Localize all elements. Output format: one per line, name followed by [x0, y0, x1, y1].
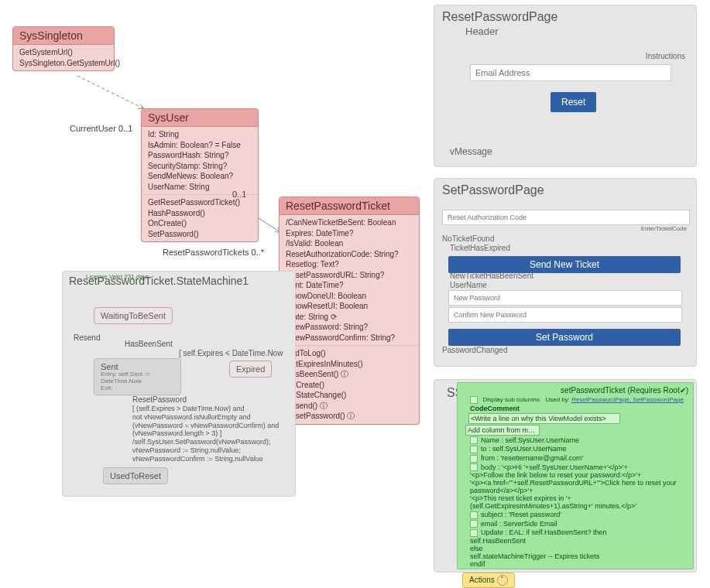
checkbox-icon[interactable]: [470, 455, 478, 463]
trans-resend: Resend: [74, 333, 100, 342]
ss-row: Name : self.SysUser.UserName: [481, 436, 579, 444]
trans-expired-guard: [ self.Expires < DateTime.Now: [179, 349, 283, 357]
class-ops: GetResetPasswordTicket() HashPassword() …: [142, 195, 258, 241]
send-new-ticket-button[interactable]: Send New Ticket: [448, 256, 681, 273]
checkbox-icon[interactable]: [470, 529, 478, 537]
panel-title: ResetPasswordPage: [434, 5, 696, 26]
panel-title: SetPasswordPage: [434, 179, 696, 199]
license-watermark: License Valid 231 days: [86, 273, 149, 280]
class-resetpasswordticket[interactable]: ResetPasswordTicket /CanNewTicketBeSent:…: [279, 197, 420, 425]
auth-code-input[interactable]: [442, 210, 690, 225]
panel-setpasswordpage[interactable]: SetPasswordPage EnterTicketCode NoTicket…: [434, 178, 697, 367]
class-ops: AddToLog() GetExpiresInMinutes() HasBeen…: [280, 346, 419, 424]
class-syssingleton[interactable]: SysSingleton GetSystemUrl() SysSingleton…: [12, 26, 115, 71]
trans-resetpwd-body: [ (self.Expires > DateTime.Now) and not …: [132, 405, 283, 463]
new-password-input[interactable]: [448, 290, 682, 306]
label-newsent: NewTicketHasBeenSent: [450, 272, 533, 280]
checkbox-icon[interactable]: [470, 396, 478, 404]
label-username: UserName: [450, 281, 487, 289]
email-input[interactable]: [470, 64, 671, 81]
checkbox-icon[interactable]: [470, 520, 478, 528]
class-attrs: Id: String IsAdmin: Boolean? = False Pas…: [142, 127, 258, 195]
ss-row: to : self.SysUser.UserName: [481, 445, 567, 453]
label-enterticketcode: EnterTicketCode: [641, 225, 687, 232]
class-title: ResetPasswordTicket: [280, 197, 419, 215]
checkbox-icon[interactable]: [470, 436, 478, 444]
ss-addcolumn[interactable]: Add column from model: [465, 425, 540, 436]
class-sysuser[interactable]: SysUser Id: String IsAdmin: Boolean? = F…: [141, 108, 259, 242]
state-expired[interactable]: Expired: [229, 361, 272, 378]
ss-row: Update : EAL: if self.HasBeenSent? then …: [470, 528, 607, 568]
ss-codecomment: CodeComment: [470, 405, 688, 412]
trans-resetpwd-label: ResetPassword: [132, 395, 187, 404]
label-vmessage: vMessage: [450, 146, 492, 157]
edge-label-currentuser: CurrentUser 0..1: [70, 124, 132, 133]
label-expired: TicketHasExpired: [450, 244, 510, 252]
ss-row: body : '<p>Hi '+self.SysUser.UserName+'<…: [470, 463, 676, 511]
state-waiting[interactable]: WaitingToBeSent: [94, 307, 173, 324]
trans-hasbeensent: HasBeenSent: [125, 340, 173, 348]
confirm-password-input[interactable]: [448, 307, 682, 323]
chevron-down-icon: ˅: [497, 575, 508, 586]
ss-row: subject : 'Reset password': [481, 511, 561, 518]
state-sent[interactable]: Sent Entry: self.Sent := DateTime.Now Ex…: [94, 358, 181, 395]
pill-actions[interactable]: Actions˅: [462, 573, 515, 588]
edge-label-0-1: 0..1: [232, 190, 246, 199]
label-noticket: NoTicketFound: [442, 234, 494, 243]
ss-usedby-link[interactable]: ResetPasswordPage, SetPasswordPage: [571, 396, 684, 403]
class-attrs: /CanNewTicketBeSent: Boolean Expires: Da…: [280, 215, 419, 346]
panel-resetpasswordpage[interactable]: ResetPasswordPage Header Instructions Re…: [434, 5, 697, 167]
class-title: SysUser: [142, 109, 258, 127]
checkbox-icon[interactable]: [470, 446, 478, 453]
ss-row: from : 'resettername@gmail.com': [481, 454, 583, 462]
state-usedtoreset[interactable]: UsedToReset: [103, 467, 168, 484]
ss-rooted-badge: setPasswordTicket (Requires Root✔): [561, 386, 688, 395]
label-display-sub: Display sub columns: [483, 396, 540, 403]
edge-label-resettickets: ResetPasswordTickets 0..*: [163, 248, 264, 257]
set-password-button[interactable]: Set Password: [448, 329, 681, 346]
reset-button[interactable]: Reset: [551, 92, 596, 112]
ss-row: email : ServerSide Email: [481, 520, 557, 528]
checkbox-icon[interactable]: [470, 511, 478, 519]
class-ops: GetSystemUrl() SysSingleton.GetSystemUrl…: [13, 45, 114, 70]
panel-statemachine[interactable]: License Valid 231 days ResetPasswordTick…: [62, 271, 296, 497]
ss-codehint[interactable]: <Write a line on why this ViewModel exis…: [468, 413, 620, 424]
panel-ss-resetpassword[interactable]: setPasswordTicket (Requires Root✔) Displ…: [457, 382, 694, 569]
checkbox-icon[interactable]: [470, 463, 478, 471]
label-instructions: Instructions: [646, 52, 685, 60]
class-title: SysSingleton: [13, 27, 114, 45]
label-passwordchanged: PasswordChanged: [442, 346, 508, 354]
panel-header: Header: [434, 26, 696, 37]
